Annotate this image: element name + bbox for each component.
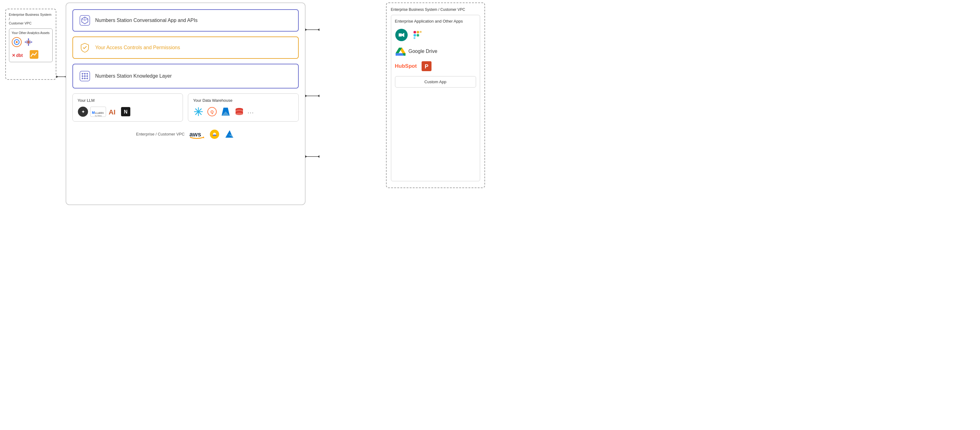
left-outer-title: Enterprise Business System /Customer VPC [9,13,52,26]
dw-box: Your Data Warehouse Q [188,94,299,122]
svg-line-18 [82,19,85,21]
left-outer-box: Enterprise Business System /Customer VPC… [5,9,56,80]
google-analytics-icon [12,37,22,47]
dw-to-right-arrow [305,154,320,160]
llm-label: Your LLM [78,98,178,103]
conv-app-row: Numbers Station Conversational App and A… [72,9,299,32]
dw-icons: Q [193,106,293,117]
google-meet-icon [395,29,408,41]
svg-marker-75 [305,29,307,31]
tableau-icon [24,37,33,47]
databricks-icon: Q [207,106,217,117]
svg-text:LLaMA: LLaMA [95,111,104,114]
svg-text:AI: AI [109,108,115,116]
right-inner-box: Enterprise Application and Other Apps [391,15,480,181]
openai-icon: ✦ [78,106,88,117]
svg-text:M: M [92,111,95,114]
vpc-label: Enterprise / Customer VPC [136,132,185,136]
main-to-right-conv-arrow [305,27,320,33]
custom-app-label: Custom App [425,79,446,84]
svg-text:by Meta: by Meta [95,115,102,117]
svg-text:✕: ✕ [12,53,16,58]
svg-text:Q: Q [210,109,213,114]
svg-marker-79 [318,95,320,97]
svg-rect-87 [414,34,416,36]
llm-icons: ✦ M LLaMA by Meta AI [78,106,178,117]
svg-text:N: N [124,109,127,114]
vpc-footer: Enterprise / Customer VPC aws [72,128,299,140]
google-drive-row: Google Drive [395,46,476,56]
access-controls-row: Your Access Controls and Permissions [72,36,299,59]
svg-marker-81 [305,155,307,158]
gcp-icon [209,129,220,140]
hubspot-label: HubSpot [395,63,417,69]
azure-icon [224,129,235,140]
neural-icon: N [121,106,131,117]
diagram-container: Enterprise Business System /Customer VPC… [5,3,485,213]
svg-marker-78 [305,95,307,97]
main-box: Numbers Station Conversational App and A… [65,3,305,205]
main-to-right-knowledge-arrow [305,93,320,99]
azure-dw-icon [220,106,231,117]
powerpoint-icon: P [421,60,432,72]
access-controls-label: Your Access Controls and Permissions [95,45,180,51]
shield-icon [79,42,91,53]
svg-point-66 [235,113,243,115]
svg-text:aws: aws [189,131,201,138]
slack-icon [411,29,424,41]
svg-point-55 [197,111,199,113]
dw-ellipsis: ... [248,108,254,115]
left-inner-box: Your Other Analytics Assets [9,29,52,62]
hubspot-row: HubSpot P [395,60,476,72]
svg-marker-13 [56,76,58,78]
cube-icon [79,15,91,26]
svg-rect-90 [414,37,415,39]
analytics-alt-icon [29,49,39,59]
llm-box: Your LLM ✦ M LLaMA by Meta [72,94,183,122]
left-to-main-arrow [56,74,67,80]
left-dbt-icons: ✕ dbt [12,49,50,59]
aws-icon: aws [189,130,205,139]
svg-rect-86 [417,31,419,33]
meta-icon: M LLaMA by Meta [90,106,106,117]
google-drive-label: Google Drive [409,49,438,54]
left-analytics-icons [12,37,50,47]
svg-rect-88 [417,34,419,36]
dbt-icon: ✕ dbt [12,50,27,59]
svg-rect-89 [420,31,422,33]
right-outer-box: Enterprise Business System / Customer VP… [386,3,485,188]
google-drive-icon [395,46,406,56]
svg-marker-76 [318,29,320,31]
svg-text:dbt: dbt [16,53,23,58]
custom-app-box: Custom App [395,76,476,87]
svg-text:✦: ✦ [81,109,84,114]
knowledge-icon [79,71,91,82]
dw-label: Your Data Warehouse [193,98,293,103]
knowledge-layer-row: Numbers Station Knowledge Layer [72,64,299,89]
svg-text:P: P [425,63,428,70]
svg-line-19 [85,19,88,21]
knowledge-layer-label: Numbers Station Knowledge Layer [95,73,172,79]
right-inner-title: Enterprise Application and Other Apps [395,19,476,24]
redis-icon [234,106,245,117]
left-inner-title: Your Other Analytics Assets [12,31,50,35]
snowflake-icon [193,106,204,117]
top-right-apps [395,29,476,41]
anthropic-icon: AI [108,106,119,117]
svg-point-2 [16,41,18,43]
svg-marker-82 [318,155,320,158]
bottom-boxes-row: Your LLM ✦ M LLaMA by Meta [72,94,299,122]
conv-app-label: Numbers Station Conversational App and A… [95,17,198,23]
right-outer-title: Enterprise Business System / Customer VP… [391,8,480,12]
svg-rect-85 [414,31,416,33]
